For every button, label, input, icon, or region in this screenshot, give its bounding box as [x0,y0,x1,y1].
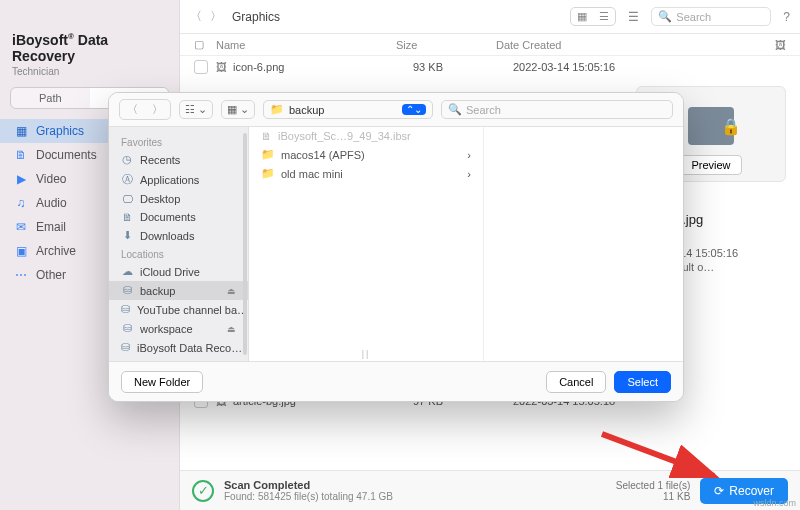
columns-icon: ☷ [185,103,195,116]
watermark: wsldn.com [753,498,796,508]
location-popup[interactable]: 📁 backup ⌃⌄ [263,100,433,119]
folder-icon: 📁 [270,103,284,116]
drive-icon: ⛁ [121,303,130,316]
dropdown-icon: ⌃⌄ [402,104,426,115]
modal-search-input[interactable]: 🔍Search [441,100,673,119]
chevron-right-icon: › [467,149,471,161]
modal-nav: 〈 〉 [119,99,171,120]
section-favorites: Favorites [109,133,248,150]
chevron-right-icon: › [467,168,471,180]
list-item: 🗎iBoysoft_Sc…9_49_34.ibsr [249,127,483,145]
drive-icon: ⛁ [121,284,133,297]
sidebar-item-applications[interactable]: ⒶApplications [109,169,248,190]
scrollbar[interactable] [243,133,247,355]
grid-icon: ▦ [227,103,237,116]
folder-icon: 📁 [261,167,275,180]
nav-forward-icon[interactable]: 〉 [145,100,170,119]
cancel-button[interactable]: Cancel [546,371,606,393]
app-icon: Ⓐ [121,172,133,187]
sidebar-item-untitled[interactable]: ⛁Untitled⏏ [109,357,248,361]
section-locations: Locations [109,245,248,262]
sidebar-item-downloads[interactable]: ⬇Downloads [109,226,248,245]
search-icon: 🔍 [448,103,462,116]
resize-handle[interactable]: || [362,349,371,359]
folder-icon: 📁 [261,148,275,161]
modal-footer: New Folder Cancel Select [109,361,683,401]
list-item[interactable]: 📁old mac mini› [249,164,483,183]
modal-sidebar: Favorites ◷Recents ⒶApplications 🖵Deskto… [109,127,249,361]
chevron-down-icon: ⌄ [198,103,207,116]
columns-view-button[interactable]: ☷⌄ [179,100,213,119]
sidebar-item-icloud[interactable]: ☁iCloud Drive [109,262,248,281]
save-panel: 〈 〉 ☷⌄ ▦⌄ 📁 backup ⌃⌄ 🔍Search Favorites … [108,92,684,402]
list-item[interactable]: 📁macos14 (APFS)› [249,145,483,164]
clock-icon: ◷ [121,153,133,166]
sidebar-item-workspace[interactable]: ⛁workspace⏏ [109,319,248,338]
sidebar-item-iboysoft[interactable]: ⛁iBoysoft Data Reco…⏏ [109,338,248,357]
eject-icon[interactable]: ⏏ [227,286,236,296]
sidebar-item-youtube[interactable]: ⛁YouTube channel ba…⏏ [109,300,248,319]
sidebar-item-desktop[interactable]: 🖵Desktop [109,190,248,208]
file-icon: 🗎 [261,130,272,142]
download-icon: ⬇ [121,229,133,242]
drive-icon: ⛁ [121,322,133,335]
sidebar-item-recents[interactable]: ◷Recents [109,150,248,169]
drive-icon: ⛁ [121,360,133,361]
document-icon: 🗎 [121,211,133,223]
group-button[interactable]: ▦⌄ [221,100,255,119]
modal-toolbar: 〈 〉 ☷⌄ ▦⌄ 📁 backup ⌃⌄ 🔍Search [109,93,683,127]
cloud-icon: ☁ [121,265,133,278]
modal-preview-column [483,127,683,361]
sidebar-item-backup[interactable]: ⛁backup⏏ [109,281,248,300]
chevron-down-icon: ⌄ [240,103,249,116]
nav-back-icon[interactable]: 〈 [120,100,145,119]
modal-file-list: 🗎iBoysoft_Sc…9_49_34.ibsr 📁macos14 (APFS… [249,127,483,361]
sidebar-item-documents[interactable]: 🗎Documents [109,208,248,226]
select-button[interactable]: Select [614,371,671,393]
modal-overlay: 〈 〉 ☷⌄ ▦⌄ 📁 backup ⌃⌄ 🔍Search Favorites … [0,0,800,510]
new-folder-button[interactable]: New Folder [121,371,203,393]
drive-icon: ⛁ [121,341,130,354]
desktop-icon: 🖵 [121,193,133,205]
eject-icon[interactable]: ⏏ [227,324,236,334]
